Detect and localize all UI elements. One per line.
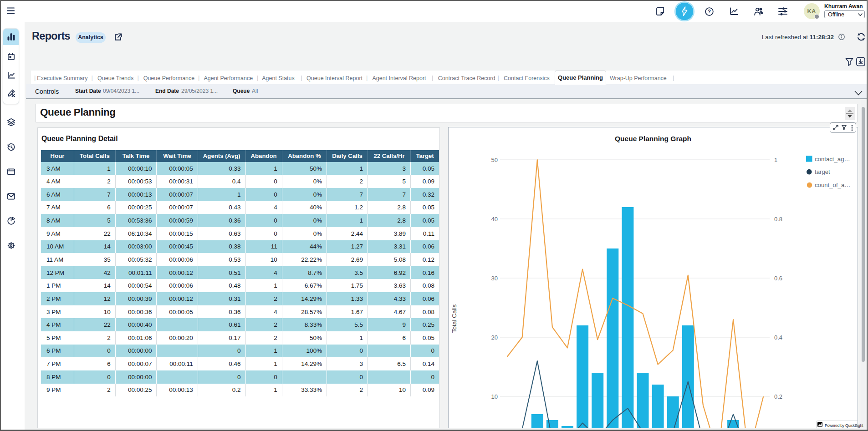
svg-text:0.8: 0.8	[774, 215, 782, 222]
svg-text:count_of_a…: count_of_a…	[815, 182, 850, 188]
svg-text:0.2: 0.2	[774, 393, 782, 400]
svg-text:0.6: 0.6	[774, 274, 782, 281]
svg-text:Queue Planning Graph: Queue Planning Graph	[615, 135, 691, 142]
svg-text:1: 1	[774, 156, 777, 163]
svg-text:contact_ag…: contact_ag…	[815, 156, 850, 162]
svg-text:50: 50	[491, 156, 497, 163]
svg-text:Total Calls: Total Calls	[451, 304, 458, 333]
svg-text:?: ?	[708, 9, 711, 14]
svg-text:target: target	[815, 168, 830, 175]
svg-text:40: 40	[491, 215, 497, 222]
svg-text:10: 10	[491, 393, 497, 400]
svg-text:30: 30	[491, 274, 497, 281]
svg-text:0.4: 0.4	[774, 334, 782, 340]
svg-text:20: 20	[491, 334, 497, 340]
